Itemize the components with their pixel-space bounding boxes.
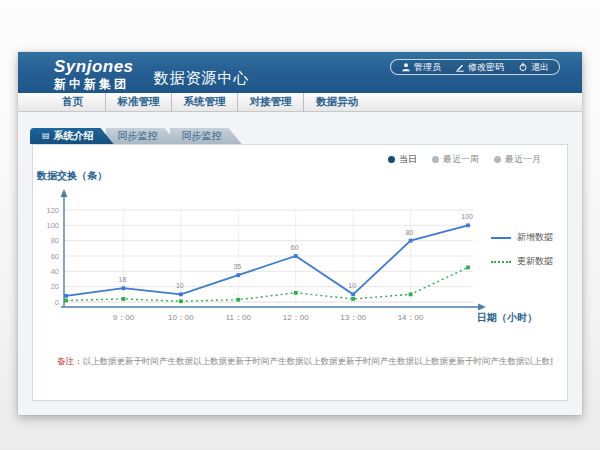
legend-label: 新增数据	[517, 231, 553, 244]
user-action-user[interactable]: 管理员	[401, 61, 441, 74]
app-window: Synjones 新中新集团 数据资源中心 管理员修改密码退出 首页标准管理系统…	[18, 52, 582, 415]
user-icon	[401, 62, 411, 72]
tab-1[interactable]: 同步监控	[106, 128, 178, 144]
user-action-edit[interactable]: 修改密码	[455, 61, 504, 74]
edit-icon	[455, 62, 465, 72]
nav-item[interactable]: 首页	[40, 93, 106, 111]
footnote-prefix: 备注：	[57, 356, 83, 366]
app-header: Synjones 新中新集团 数据资源中心 管理员修改密码退出	[18, 52, 582, 93]
nav-item[interactable]: 对接管理	[238, 93, 304, 111]
legend-item: 更新数据	[491, 255, 553, 268]
page-title: 数据资源中心	[154, 69, 250, 88]
x-axis-title: 日期（小时）	[477, 311, 537, 325]
svg-text:60: 60	[51, 252, 59, 261]
nav-item[interactable]: 系统管理	[172, 93, 238, 111]
user-action-label: 管理员	[414, 61, 441, 74]
nav-item[interactable]: 数据异动	[304, 93, 370, 111]
svg-text:80: 80	[51, 236, 59, 245]
tab-label: 同步监控	[182, 129, 222, 143]
brand-logo-company: 新中新集团	[54, 78, 134, 90]
tab-bar: ▤系统介绍同步监控同步监控	[30, 128, 234, 144]
svg-text:12：00: 12：00	[283, 313, 309, 322]
user-toolbar: 管理员修改密码退出	[390, 59, 560, 75]
nav-item[interactable]: 标准管理	[106, 93, 172, 111]
svg-text:11：00: 11：00	[226, 313, 252, 322]
legend-item: 新增数据	[491, 231, 553, 244]
footnote: 备注：以上数据更新于时间产生数据以上数据更新于时间产生数据以上数据更新于时间产生…	[57, 356, 553, 368]
main-nav: 首页标准管理系统管理对接管理数据异动	[18, 93, 582, 112]
tab-2[interactable]: 同步监控	[170, 128, 242, 144]
legend-label: 更新数据	[517, 255, 553, 268]
svg-text:60: 60	[291, 244, 299, 251]
tab-label: 系统介绍	[54, 129, 94, 143]
series-line-new	[66, 225, 468, 296]
svg-text:9：00: 9：00	[113, 313, 135, 322]
legend-line-sample	[491, 261, 511, 263]
user-action-power[interactable]: 退出	[518, 61, 549, 74]
brand-logo: Synjones 新中新集团	[54, 58, 134, 90]
power-icon	[518, 62, 528, 72]
user-action-label: 退出	[531, 61, 549, 74]
svg-text:80: 80	[406, 229, 414, 236]
chart-card: 当日最近一周最近一月 数据交换（条） 020406080100120181035…	[32, 144, 568, 401]
tab-label: 同步监控	[118, 129, 158, 143]
svg-text:20: 20	[51, 282, 59, 291]
user-action-label: 修改密码	[468, 61, 504, 74]
svg-text:10: 10	[176, 282, 184, 289]
svg-text:14：00: 14：00	[398, 313, 424, 322]
footnote-text: 以上数据更新于时间产生数据以上数据更新于时间产生数据以上数据更新于时间产生数据以…	[83, 356, 554, 366]
tab-0[interactable]: ▤系统介绍	[30, 128, 114, 144]
svg-text:18: 18	[119, 276, 127, 283]
chart-legend: 新增数据更新数据	[491, 231, 553, 268]
legend-line-sample	[491, 237, 511, 239]
svg-text:13：00: 13：00	[340, 313, 366, 322]
svg-text:100: 100	[461, 213, 473, 220]
svg-text:10：00: 10：00	[168, 313, 194, 322]
svg-text:120: 120	[46, 206, 59, 215]
content-area: ▤系统介绍同步监控同步监控 当日最近一周最近一月 数据交换（条） 0204060…	[18, 112, 582, 415]
svg-text:0: 0	[55, 298, 59, 307]
series-line-updated	[66, 268, 468, 302]
document-icon: ▤	[42, 132, 50, 140]
svg-text:10: 10	[348, 282, 356, 289]
brand-logo-name: Synjones	[54, 58, 134, 75]
svg-text:100: 100	[46, 221, 59, 230]
svg-text:35: 35	[233, 263, 241, 270]
svg-text:40: 40	[51, 267, 59, 276]
